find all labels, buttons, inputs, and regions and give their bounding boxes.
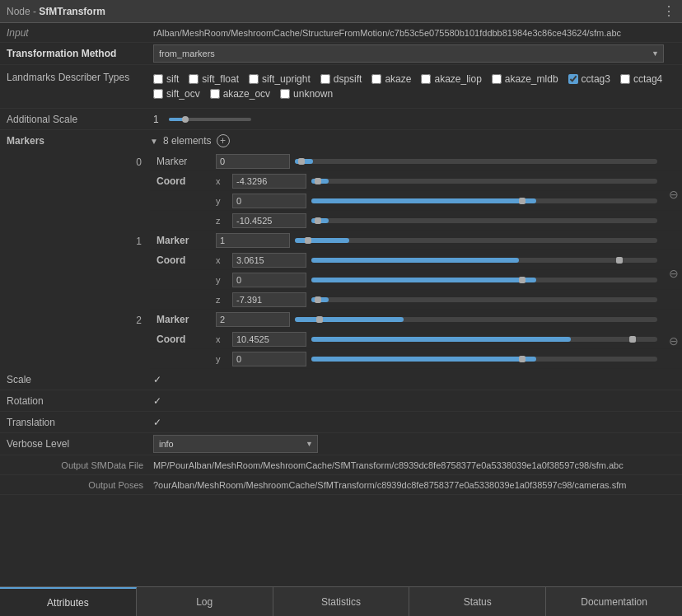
marker-2-x-label: x bbox=[216, 334, 227, 344]
cb-akaze-mldb-input[interactable] bbox=[492, 74, 502, 84]
marker-1-marker-row: Marker bbox=[150, 231, 682, 250]
marker-0-z-slider[interactable] bbox=[311, 218, 657, 223]
cb-sift-float: sift_float bbox=[189, 73, 239, 85]
rotation-row: Rotation ✓ bbox=[0, 390, 682, 412]
marker-2-coord-x-content: x bbox=[216, 332, 682, 347]
marker-2-delete[interactable]: ⊖ bbox=[669, 334, 679, 348]
tab-documentation[interactable]: Documentation bbox=[546, 587, 682, 616]
marker-2-coord-label: Coord bbox=[150, 334, 216, 345]
marker-0-coord-x-content: x bbox=[216, 174, 682, 189]
scale-check: ✓ bbox=[153, 374, 161, 385]
cb-cctag3: cctag3 bbox=[568, 73, 610, 85]
marker-1-y-slider[interactable] bbox=[311, 278, 657, 282]
marker-1-y-input[interactable] bbox=[232, 273, 306, 287]
marker-2-value[interactable] bbox=[216, 312, 290, 327]
marker-1-slider[interactable] bbox=[295, 238, 657, 243]
output-poses-row: Output Poses ?ourAlban/MeshRoom/Meshroom… bbox=[0, 475, 682, 495]
marker-0-x-slider[interactable] bbox=[311, 179, 657, 184]
cb-akaze-liop-input[interactable] bbox=[421, 74, 431, 84]
marker-2-x-slider[interactable] bbox=[311, 337, 657, 342]
cb-sift-upright-input[interactable] bbox=[249, 74, 259, 84]
translation-content: ✓ bbox=[150, 417, 682, 428]
markers-header-content: ▼ 8 elements + bbox=[150, 134, 230, 147]
marker-group-1: 1 Marker Coord x bbox=[0, 231, 682, 310]
marker-0-slider[interactable] bbox=[295, 159, 657, 164]
additional-scale-track[interactable] bbox=[169, 118, 251, 121]
marker-0-z-input[interactable] bbox=[232, 213, 306, 228]
cb-akaze-mldb: akaze_mldb bbox=[492, 73, 558, 85]
cb-akaze-ocv: akaze_ocv bbox=[210, 88, 270, 100]
cb-akaze-ocv-label: akaze_ocv bbox=[223, 88, 270, 100]
cb-sift-label: sift bbox=[166, 73, 179, 85]
marker-1-coord-y-content: y bbox=[216, 273, 682, 287]
marker-1-coord-z-content: z bbox=[216, 292, 682, 307]
markers-count: 8 elements bbox=[163, 135, 212, 147]
marker-1-value[interactable] bbox=[216, 233, 290, 248]
tab-status[interactable]: Status bbox=[409, 587, 546, 616]
marker-1-x-input[interactable] bbox=[232, 253, 306, 268]
bottom-tabs: Attributes Log Statistics Status Documen… bbox=[0, 586, 682, 616]
marker-0-delete[interactable]: ⊖ bbox=[669, 188, 679, 201]
cb-akaze-liop-label: akaze_liop bbox=[434, 73, 481, 85]
marker-1-z-slider[interactable] bbox=[311, 297, 657, 302]
cb-cctag3-input[interactable] bbox=[568, 74, 578, 84]
cb-sift-input[interactable] bbox=[153, 74, 163, 84]
transformation-dropdown[interactable]: from_markers bbox=[153, 44, 664, 63]
verbose-dropdown-wrap: info bbox=[153, 435, 318, 453]
additional-scale-label: Additional Scale bbox=[0, 114, 150, 125]
header-prefix: Node - bbox=[7, 6, 39, 17]
marker-group-2: 2 Marker Coord x bbox=[0, 310, 682, 369]
marker-0-marker-row: Marker bbox=[150, 152, 682, 171]
header-title: Node - SfMTransform bbox=[7, 6, 105, 17]
marker-0-coord-z-content: z bbox=[216, 213, 682, 228]
cb-akaze-input[interactable] bbox=[371, 74, 381, 84]
tab-attributes[interactable]: Attributes bbox=[0, 587, 137, 616]
marker-0-coord-y-content: y bbox=[216, 194, 682, 208]
cb-sift-ocv: sift_ocv bbox=[153, 88, 200, 100]
tab-statistics[interactable]: Statistics bbox=[273, 587, 410, 616]
marker-0-x-input[interactable] bbox=[232, 174, 306, 189]
marker-1-delete[interactable]: ⊖ bbox=[669, 267, 679, 280]
landmarks-row: Landmarks Describer Types sift sift_floa… bbox=[0, 65, 682, 109]
cb-sift-float-input[interactable] bbox=[189, 74, 199, 84]
marker-0-value[interactable] bbox=[216, 154, 290, 169]
rotation-content: ✓ bbox=[150, 395, 682, 407]
output-sfm-label: Output SfMData File bbox=[0, 460, 150, 470]
marker-0-y-slider[interactable] bbox=[311, 198, 657, 203]
marker-2-y-slider[interactable] bbox=[311, 357, 657, 362]
cb-unknown-input[interactable] bbox=[280, 89, 290, 99]
markers-collapse-arrow[interactable]: ▼ bbox=[150, 137, 158, 146]
cb-cctag4-input[interactable] bbox=[620, 74, 630, 84]
marker-2-y-label: y bbox=[216, 354, 227, 364]
node-title: SfMTransform bbox=[39, 6, 105, 17]
marker-2-x-input[interactable] bbox=[232, 332, 306, 347]
marker-1-z-label: z bbox=[216, 295, 227, 305]
marker-2-slider[interactable] bbox=[295, 317, 657, 322]
marker-0-coord-label: Coord bbox=[150, 175, 216, 187]
marker-2-y-input[interactable] bbox=[232, 352, 306, 366]
cb-dspsift-input[interactable] bbox=[320, 74, 330, 84]
marker-1-z-input[interactable] bbox=[232, 292, 306, 307]
markers-add-button[interactable]: + bbox=[217, 134, 230, 147]
tab-log[interactable]: Log bbox=[137, 587, 273, 616]
marker-1-x-slider[interactable] bbox=[311, 258, 657, 263]
marker-1-y-label: y bbox=[216, 275, 227, 285]
input-label: Input bbox=[0, 27, 150, 39]
output-poses-value: ?ourAlban/MeshRoom/MeshroomCache/SfMTran… bbox=[150, 480, 682, 490]
scale-row: Scale ✓ bbox=[0, 369, 682, 390]
cb-akaze: akaze bbox=[371, 73, 411, 85]
transformation-row: Transformation Method from_markers bbox=[0, 43, 682, 65]
verbose-label: Verbose Level bbox=[0, 438, 150, 450]
cb-sift-ocv-input[interactable] bbox=[153, 89, 163, 99]
marker-body-1: Marker Coord x bbox=[150, 231, 682, 310]
marker-1-coord-z-row: z bbox=[150, 290, 682, 310]
rotation-label: Rotation bbox=[0, 395, 150, 407]
marker-0-y-label: y bbox=[216, 196, 227, 206]
cb-akaze-ocv-input[interactable] bbox=[210, 89, 220, 99]
cb-sift: sift bbox=[153, 73, 179, 85]
menu-button[interactable]: ⋮ bbox=[662, 3, 675, 19]
verbose-dropdown[interactable]: info bbox=[153, 435, 318, 453]
markers-header-row: Markers ▼ 8 elements + bbox=[0, 130, 682, 152]
markers-header-label: Markers bbox=[0, 135, 150, 147]
marker-0-y-input[interactable] bbox=[232, 194, 306, 208]
